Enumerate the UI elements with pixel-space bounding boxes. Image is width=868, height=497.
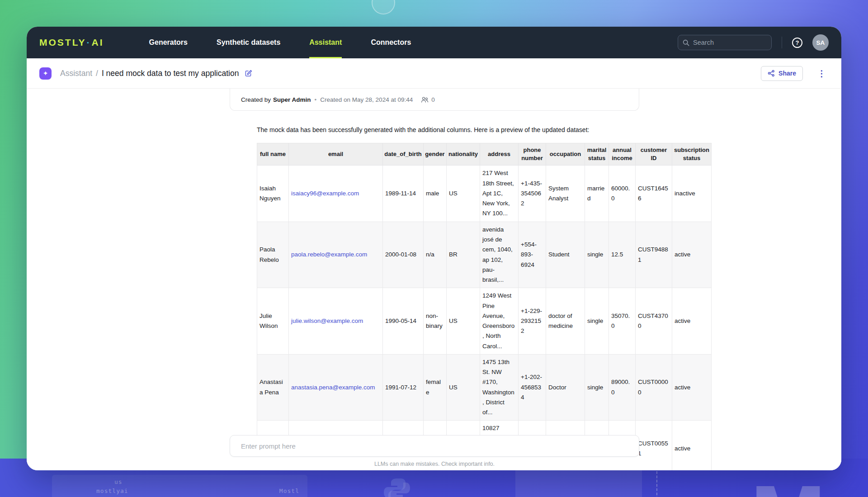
table-head: full nameemaildate_of_birthgendernationa…: [257, 143, 712, 166]
chat-content: Created by Super Admin • Created on May …: [27, 89, 841, 470]
column-header: full name: [257, 143, 289, 166]
table-cell: Isaiah Nguyen: [257, 166, 289, 222]
table-cell: 1475 13th St. NW #170, Washington, Distr…: [480, 354, 519, 421]
navbar-right: ? SA: [678, 27, 829, 58]
table-cell: +1-435-3545062: [519, 166, 546, 222]
table-cell: +1-229-2932152: [519, 288, 546, 355]
email-link[interactable]: anastasia.pena@example.com: [291, 384, 375, 391]
breadcrumb-separator: /: [96, 69, 98, 78]
search-input[interactable]: [693, 39, 767, 46]
llm-disclaimer: LLMs can make mistakes. Check important …: [230, 461, 639, 467]
table-row: Paola Rebelopaola.rebelo@example.com2000…: [257, 222, 712, 288]
table-cell: isaiacy96@example.com: [289, 166, 383, 222]
avatar[interactable]: SA: [812, 34, 829, 51]
table-cell: BR: [447, 222, 480, 288]
table-cell: 1990-05-14: [383, 288, 424, 355]
table-cell: 89000.0: [609, 354, 636, 421]
table-cell: single: [585, 288, 609, 355]
column-header: date_of_birth: [383, 143, 424, 166]
prompt-input[interactable]: [230, 435, 639, 457]
table-cell: julie.wilson@example.com: [289, 288, 383, 355]
app-window: MOSTLY·AI GeneratorsSynthetic datasetsAs…: [27, 27, 841, 470]
table-cell: inactive: [672, 166, 712, 222]
table-cell: Doctor: [546, 354, 585, 421]
navbar-divider: [782, 37, 782, 48]
share-label: Share: [778, 70, 796, 77]
created-on-text: Created on May 28, 2024 at 09:44: [320, 96, 413, 103]
breadcrumb-actions: Share ⋮: [761, 66, 829, 81]
column-header: email: [289, 143, 383, 166]
nav-item-assistant[interactable]: Assistant: [309, 27, 342, 58]
column-header: gender: [424, 143, 447, 166]
table-cell: 217 West 18th Street, Apt 1C, New York, …: [480, 166, 519, 222]
top-navbar: MOSTLY·AI GeneratorsSynthetic datasetsAs…: [27, 27, 841, 58]
column-header: nationality: [447, 143, 480, 166]
background-dashed-line: [656, 471, 657, 497]
background-tile: [515, 469, 642, 497]
search-icon: [683, 39, 689, 46]
table-cell: US: [447, 288, 480, 355]
table-cell: 1249 West Pine Avenue, Greensboro, North…: [480, 288, 519, 355]
table-cell: 35070.0: [609, 288, 636, 355]
sparkles-icon: ✦: [39, 67, 52, 80]
edit-title-button[interactable]: [244, 69, 253, 78]
table-cell: doctor of medicine: [546, 288, 585, 355]
share-button[interactable]: Share: [761, 66, 803, 81]
more-options-button[interactable]: ⋮: [815, 68, 829, 79]
table-cell: Paola Rebelo: [257, 222, 289, 288]
prompt-area: LLMs can make mistakes. Check important …: [230, 435, 639, 470]
table-cell: non-binary: [424, 288, 447, 355]
table-cell: 60000.0: [609, 166, 636, 222]
table-cell: avenida josé de cem, 1040, ap 102, pau-b…: [480, 222, 519, 288]
table-cell: married: [585, 166, 609, 222]
logo-text-right: AI: [92, 37, 104, 48]
table-cell: CUST00000: [636, 354, 672, 421]
assistant-message-text: The mock data has been successfully gene…: [257, 126, 713, 133]
table-cell: active: [672, 421, 712, 470]
table-header-row: full nameemaildate_of_birthgendernationa…: [257, 143, 712, 166]
nav-items: GeneratorsSynthetic datasetsAssistantCon…: [149, 27, 411, 58]
search-box[interactable]: [678, 35, 772, 50]
mostly-ai-logo[interactable]: MOSTLY·AI: [39, 27, 104, 58]
python-logo-icon: [382, 477, 411, 497]
column-header: marital status: [585, 143, 609, 166]
column-header: phone number: [519, 143, 546, 166]
table-cell: CUST94881: [636, 222, 672, 288]
nav-item-synthetic-datasets[interactable]: Synthetic datasets: [217, 27, 280, 58]
column-header: subscription status: [672, 143, 712, 166]
table-cell: active: [672, 354, 712, 421]
background-big-letter: M: [750, 472, 823, 497]
nav-item-generators[interactable]: Generators: [149, 27, 188, 58]
table-body: Isaiah Nguyenisaiacy96@example.com1989-1…: [257, 166, 712, 470]
table-cell: paola.rebelo@example.com: [289, 222, 383, 288]
table-cell: CUST43700: [636, 288, 672, 355]
table-cell: male: [424, 166, 447, 222]
table-cell: female: [424, 354, 447, 421]
email-link[interactable]: julie.wilson@example.com: [291, 317, 363, 324]
help-icon[interactable]: ?: [792, 38, 802, 48]
table-cell: anastasia.pena@example.com: [289, 354, 383, 421]
column-header: customer ID: [636, 143, 672, 166]
table-cell: single: [585, 222, 609, 288]
column-header: annual income: [609, 143, 636, 166]
logo-dot: ·: [86, 37, 92, 48]
viewers-count-group: 0: [421, 96, 435, 103]
table-cell: CUST00551: [636, 421, 672, 470]
table-cell: 1991-07-12: [383, 354, 424, 421]
breadcrumb-bar: ✦ Assistant / I need mock data to test m…: [27, 58, 841, 89]
nav-item-connectors[interactable]: Connectors: [371, 27, 411, 58]
email-link[interactable]: isaiacy96@example.com: [291, 190, 359, 197]
background-code-tile: us mostlyai Mostl mostly (api key: [52, 475, 307, 497]
table-cell: 2000-01-08: [383, 222, 424, 288]
viewers-count: 0: [431, 96, 435, 103]
breadcrumb-section[interactable]: Assistant: [60, 69, 92, 78]
table-cell: Julie Wilson: [257, 288, 289, 355]
thread-meta-box: Created by Super Admin • Created on May …: [230, 89, 639, 111]
table-cell: System Analyst: [546, 166, 585, 222]
created-by-label: Created by: [241, 96, 271, 103]
pencil-icon: [244, 69, 253, 78]
table-cell: Student: [546, 222, 585, 288]
table-row: Julie Wilsonjulie.wilson@example.com1990…: [257, 288, 712, 355]
column-header: address: [480, 143, 519, 166]
email-link[interactable]: paola.rebelo@example.com: [291, 251, 367, 258]
